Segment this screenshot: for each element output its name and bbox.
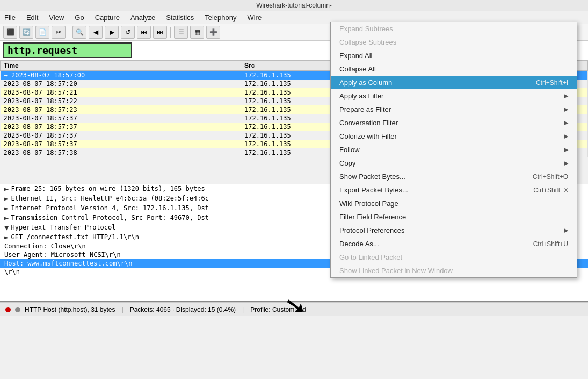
ctx-menu-item: Collapse Subtrees <box>331 35 577 49</box>
toolbar-sep-1 <box>69 27 69 38</box>
ctx-item-label: Expand Subtrees <box>339 25 393 33</box>
toolbar-btn-reload[interactable]: ↺ <box>121 26 135 39</box>
row-time-combined: 2023-08-07 18:57:37 <box>1 131 241 140</box>
ctx-shortcut: Ctrl+Shift+O <box>533 173 568 181</box>
ctx-menu-item[interactable]: Apply as Filter▶ <box>331 89 577 103</box>
ctx-item-label: Colorize with Filter <box>339 132 397 140</box>
ctx-submenu-arrow: ▶ <box>564 106 568 113</box>
ctx-menu-item[interactable]: Protocol Preferences▶ <box>331 224 577 237</box>
title-bar: Wireshark-tutorial-column- <box>0 0 588 11</box>
toolbar-btn-2[interactable]: 🔄 <box>19 26 33 39</box>
detail-text: Connection: Close\r\n <box>4 242 86 250</box>
ctx-submenu-arrow: ▶ <box>564 92 568 99</box>
detail-expand-icon: ► <box>4 204 9 212</box>
row-time-combined: 2023-08-07 18:57:22 <box>1 97 241 105</box>
ctx-item-label: Go to Linked Packet <box>339 253 402 261</box>
ctx-item-label: Collapse Subtrees <box>339 38 396 46</box>
ctx-item-label: Apply as Column <box>339 78 392 87</box>
ctx-menu-item[interactable]: Filter Field Reference <box>331 210 577 224</box>
ctx-submenu-arrow: ▶ <box>564 160 568 167</box>
ctx-menu-item[interactable]: Expand All <box>331 49 577 62</box>
ctx-shortcut: Ctrl+Shift+U <box>533 240 568 248</box>
toolbar-btn-search[interactable]: 🔍 <box>72 26 86 39</box>
menu-telephony[interactable]: Telephony <box>202 12 238 23</box>
filter-input-container[interactable]: http.request <box>3 42 132 58</box>
menu-go[interactable]: Go <box>72 12 86 23</box>
row-time-combined: 2023-08-07 18:57:20 <box>1 80 241 88</box>
ctx-menu-item[interactable]: Wiki Protocol Page <box>331 197 577 210</box>
detail-text: User-Agent: Microsoft NCSI\r\n <box>4 251 121 259</box>
ctx-menu-item: Go to Linked Packet <box>331 251 577 264</box>
ctx-menu-item[interactable]: Apply as ColumnCtrl+Shift+I <box>331 76 577 89</box>
ctx-menu-item[interactable]: Show Packet Bytes...Ctrl+Shift+O <box>331 170 577 183</box>
ctx-menu-item[interactable]: Prepare as Filter▶ <box>331 103 577 116</box>
title-text: Wireshark-tutorial-column- <box>256 2 332 9</box>
ctx-menu-item[interactable]: Decode As...Ctrl+Shift+U <box>331 237 577 251</box>
ctx-menu-item[interactable]: Export Packet Bytes...Ctrl+Shift+X <box>331 183 577 197</box>
toolbar-btn-1[interactable]: ⬛ <box>3 26 17 39</box>
detail-text: Host: www.msftconnecttest.com\r\n <box>4 260 132 267</box>
detail-text: \r\n <box>4 268 20 276</box>
ctx-item-label: Wiki Protocol Page <box>339 199 398 208</box>
ctx-item-label: Expand All <box>339 52 372 60</box>
detail-expand-icon: ► <box>4 213 9 222</box>
toolbar-btn-plus[interactable]: ➕ <box>206 26 220 39</box>
row-time-combined: → 2023-08-07 18:57:00 <box>1 71 241 80</box>
status-dot-red <box>5 307 11 312</box>
toolbar-btn-first[interactable]: ⏮ <box>137 26 151 39</box>
detail-text: Ethernet II, Src: HewlettP_e4:6c:5a (08:… <box>11 195 208 202</box>
toolbar-btn-4[interactable]: ✂ <box>52 26 66 39</box>
toolbar-sep-2 <box>170 27 171 38</box>
menu-edit[interactable]: Edit <box>24 12 40 23</box>
row-time-combined: 2023-08-07 18:57:37 <box>1 140 241 148</box>
row-time-combined: 2023-08-07 18:57:37 <box>1 123 241 131</box>
toolbar-btn-back[interactable]: ◀ <box>89 26 103 39</box>
menu-wire[interactable]: Wire <box>245 12 264 23</box>
menu-statistics[interactable]: Statistics <box>164 12 196 23</box>
status-text: HTTP Host (http.host), 31 bytes <box>25 306 115 313</box>
detail-text: Frame 25: 165 bytes on wire (1320 bits),… <box>11 185 205 192</box>
ctx-shortcut: Ctrl+Shift+X <box>533 187 568 194</box>
detail-text: Hypertext Transfer Protocol <box>11 224 115 231</box>
toolbar-btn-last[interactable]: ⏭ <box>153 26 167 39</box>
row-time-combined: 2023-08-07 18:57:23 <box>1 105 241 114</box>
detail-expand-icon: ► <box>4 233 9 241</box>
ctx-item-label: Apply as Filter <box>339 92 383 100</box>
menu-capture[interactable]: Capture <box>93 12 122 23</box>
filter-display: http.request <box>8 45 77 56</box>
row-time-combined: 2023-08-07 18:57:21 <box>1 88 241 97</box>
ctx-submenu-arrow: ▶ <box>564 227 568 234</box>
ctx-submenu-arrow: ▶ <box>564 133 568 140</box>
ctx-menu-item[interactable]: Collapse All <box>331 62 577 76</box>
ctx-submenu-arrow: ▶ <box>564 119 568 126</box>
ctx-item-label: Copy <box>339 159 355 167</box>
status-bar: HTTP Host (http.host), 31 bytes | Packet… <box>0 302 588 316</box>
menu-file[interactable]: File <box>2 12 18 23</box>
ctx-item-label: Conversation Filter <box>339 119 398 127</box>
row-time-combined: 2023-08-07 18:57:38 <box>1 148 241 157</box>
ctx-item-label: Export Packet Bytes... <box>339 186 408 194</box>
packets-info: Packets: 4065 · Displayed: 15 (0.4%) <box>130 306 236 313</box>
row-time-combined: 2023-08-07 18:57:37 <box>1 114 241 123</box>
ctx-item-label: Prepare as Filter <box>339 105 391 113</box>
ctx-menu-item[interactable]: Follow▶ <box>331 143 577 156</box>
ctx-item-label: Decode As... <box>339 240 379 248</box>
ctx-item-label: Show Packet Bytes... <box>339 173 405 181</box>
ctx-menu-item[interactable]: Colorize with Filter▶ <box>331 130 577 143</box>
ctx-shortcut: Ctrl+Shift+I <box>536 79 568 87</box>
col-time[interactable]: Time <box>1 61 241 71</box>
toolbar-btn-forward[interactable]: ▶ <box>105 26 119 39</box>
menu-view[interactable]: View <box>47 12 66 23</box>
detail-text: Transmission Control Protocol, Src Port:… <box>11 214 208 221</box>
ctx-submenu-arrow: ▶ <box>564 146 568 153</box>
ctx-menu-item[interactable]: Conversation Filter▶ <box>331 116 577 130</box>
ctx-menu-item[interactable]: Copy▶ <box>331 156 577 170</box>
toolbar-btn-3[interactable]: 📄 <box>35 26 49 39</box>
menu-analyze[interactable]: Analyze <box>128 12 157 23</box>
detail-expand-icon: ► <box>4 194 9 203</box>
detail-text: Internet Protocol Version 4, Src: 172.16… <box>11 204 208 212</box>
toolbar-btn-cols[interactable]: ▦ <box>190 26 204 39</box>
toolbar-btn-list[interactable]: ☰ <box>174 26 188 39</box>
detail-text: GET /connecttest.txt HTTP/1.1\r\n <box>11 233 139 241</box>
context-menu: Expand SubtreesCollapse SubtreesExpand A… <box>330 22 577 278</box>
